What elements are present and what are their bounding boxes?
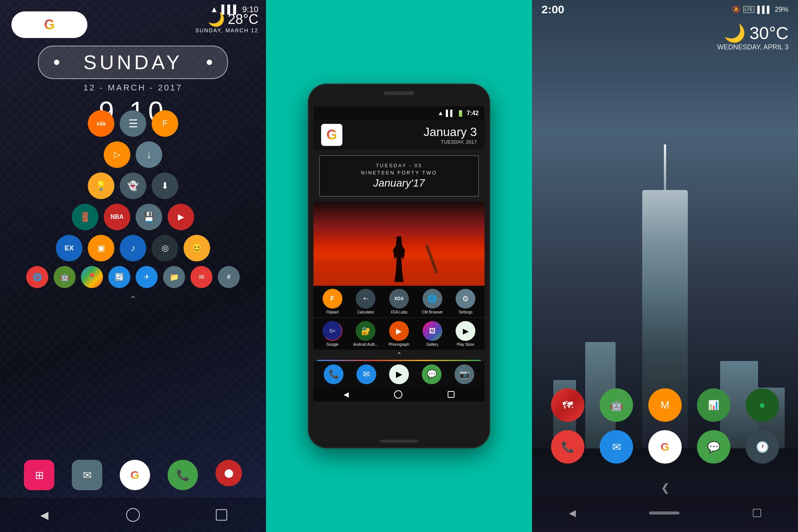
world-icon[interactable]: 🌐 (26, 266, 48, 288)
p3-google-icon[interactable]: G (648, 430, 682, 464)
p2-google-button[interactable]: G (321, 124, 342, 146)
ex-icon[interactable]: EX (56, 235, 82, 261)
box-icon[interactable]: ▣ (88, 235, 114, 261)
mail-icon[interactable]: ✉ (190, 266, 212, 288)
p3-hangouts-icon[interactable]: 💬 (697, 430, 730, 464)
dock-camera-icon[interactable]: ⬤ (215, 460, 242, 486)
phonograph-icon[interactable]: ▶ (389, 321, 409, 341)
p2-date-big: January 3 (423, 125, 477, 139)
google-maps-icon[interactable]: 📍 (81, 266, 103, 288)
p3-spotify-icon[interactable]: ● (746, 388, 779, 422)
p3-maps-icon[interactable]: 🗺 (551, 388, 584, 422)
phone-frame: ▲ ▌▌ 🔋 7:42 G January 3 TUESDAY, 2017 TU… (308, 84, 490, 448)
dock-grid-icon[interactable]: ⊞ (24, 460, 54, 490)
settings-icon[interactable]: ⚙ (456, 289, 475, 309)
ghost-icon[interactable]: 👻 (120, 173, 146, 199)
nba-icon[interactable]: NBA (104, 204, 130, 230)
p2-chevron-up[interactable]: ⌃ (314, 350, 484, 360)
google-search-bar[interactable]: G (11, 11, 87, 38)
door-icon[interactable]: 🚪 (72, 204, 98, 230)
flipkart-icon[interactable]: F (152, 110, 178, 137)
dock-phone-icon[interactable]: 📞 (168, 460, 198, 490)
android-icon[interactable]: 🤖 (54, 266, 76, 288)
gallery-label: Gallery (426, 342, 439, 347)
sync-icon[interactable]: 🔄 (108, 266, 130, 288)
music-icon[interactable]: ♪ (120, 235, 146, 261)
p2-date-sub: TUESDAY, 2017 (423, 139, 477, 145)
flipkart-icon[interactable]: F (323, 289, 342, 309)
telegram-icon[interactable]: ✈ (136, 266, 158, 288)
p3-phone-icon[interactable]: 📞 (551, 430, 584, 464)
gallery-icon[interactable]: 🖼 (423, 321, 442, 341)
bulb-icon[interactable]: 💡 (88, 173, 114, 199)
p2-camera-dock-icon[interactable]: 📷 (454, 364, 474, 384)
p2-whatsapp-icon[interactable]: 💬 (422, 364, 442, 384)
p3-lte-icon: LTE (743, 6, 754, 13)
p3-clock-icon[interactable]: 🕐 (746, 430, 779, 464)
calculator-icon[interactable]: +- (356, 289, 375, 309)
p2-playstore-dock-icon[interactable]: ▶ (389, 364, 409, 384)
extra-icon[interactable]: # (218, 266, 240, 288)
cmbrowser-icon[interactable]: 🌐 (423, 289, 442, 309)
p2-home-btn[interactable] (394, 390, 402, 399)
xdalabs-icon[interactable]: XDA (389, 289, 409, 309)
p3-home-indicator[interactable] (649, 511, 679, 515)
smiley-icon[interactable]: 😊 (184, 235, 210, 261)
download-icon[interactable]: ⬇ (152, 173, 178, 199)
list-icon[interactable]: ☰ (120, 110, 146, 137)
p2-recents-btn[interactable] (448, 391, 454, 398)
google-app[interactable]: G+ Google (317, 321, 348, 347)
dock-bar: ⊞ ✉ G 📞 ⬤ (0, 460, 266, 490)
arrow-down-icon[interactable]: ↓ (136, 141, 162, 168)
folder-icon[interactable]: 📁 (163, 266, 185, 288)
p3-moto-icon[interactable]: M (648, 388, 682, 422)
xda-icon[interactable]: xda (88, 110, 114, 137)
p2-status-right: ▲ ▌▌ 🔋 7:42 (437, 110, 479, 117)
flipkart-label: Flipkart (326, 310, 339, 314)
back-button[interactable]: ◀ (37, 507, 52, 522)
cmbrowser-label: CM Browser (422, 310, 443, 314)
p2-statusbar: ▲ ▌▌ 🔋 7:42 (314, 106, 484, 120)
calculator-app[interactable]: +- Calculator (351, 289, 381, 314)
android-auth-icon[interactable]: 🔐 (356, 321, 375, 341)
chevron-up[interactable]: ⌃ (129, 294, 137, 305)
gallery-app[interactable]: 🖼 Gallery (417, 321, 448, 347)
p3-recents-btn[interactable] (753, 509, 761, 517)
playstore-label: Play Store (457, 342, 474, 347)
youtube-icon[interactable]: ▶ (168, 204, 194, 230)
home-button[interactable] (125, 507, 141, 522)
p3-statusbar: 2:00 🔕 LTE ▌▌▌ 29% (532, 0, 798, 19)
p3-weather-icon: 🌙 (724, 23, 746, 43)
xdalabs-app[interactable]: XDA XDA Labs (384, 289, 414, 314)
google-icon[interactable]: G+ (323, 321, 342, 341)
weather-icon: 🌙 (208, 11, 225, 27)
playstore-app[interactable]: ▶ Play Store (450, 321, 481, 347)
flipkart-app[interactable]: F Flipkart (317, 289, 348, 314)
p2-wifi-icon: ▲ (437, 110, 443, 117)
p2-phone-icon[interactable]: 📞 (324, 364, 344, 384)
dock-google-icon[interactable]: G (120, 460, 150, 490)
p2-back-btn[interactable]: ◀ (344, 390, 349, 399)
target-icon[interactable]: ◎ (152, 235, 178, 261)
p3-back-btn[interactable]: ◀ (569, 508, 576, 518)
p3-nav-chevron[interactable]: ❮ (661, 482, 670, 494)
p3-messages-icon[interactable]: ✉ (600, 430, 633, 464)
cmbrowser-app[interactable]: 🌐 CM Browser (417, 289, 448, 314)
p3-time: 2:00 (542, 3, 564, 16)
pelican-icon[interactable]: ▷ (104, 141, 130, 168)
p2-messages-icon[interactable]: ✉ (356, 364, 376, 384)
android-auth-app[interactable]: 🔐 Android Auth... (351, 321, 381, 347)
date-text: 12 - MARCH - 2017 (38, 83, 228, 93)
settings-app[interactable]: ⚙ Settings (450, 289, 481, 314)
day-name: SUNDAY (84, 51, 183, 74)
p3-android-icon[interactable]: 🤖 (600, 388, 633, 422)
phonograph-app[interactable]: ▶ Phonograph (384, 321, 414, 347)
floppy-icon[interactable]: 💾 (136, 204, 162, 230)
google-logo: G (44, 17, 55, 33)
app-row-3: 💡 👻 ⬇ (88, 173, 178, 199)
p3-nav-indicator[interactable]: ❮ (661, 481, 670, 494)
recents-button[interactable] (214, 507, 229, 522)
p3-sheets-icon[interactable]: 📊 (697, 388, 730, 422)
playstore-icon[interactable]: ▶ (456, 321, 475, 341)
dock-messages-icon[interactable]: ✉ (72, 460, 102, 490)
